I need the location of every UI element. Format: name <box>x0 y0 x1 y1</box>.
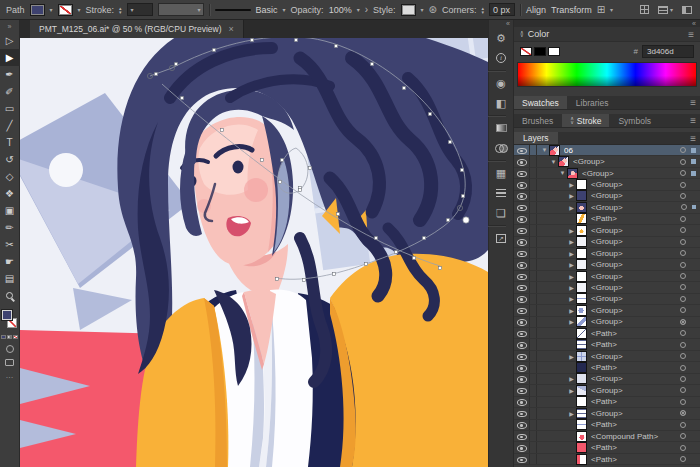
target-circle-icon[interactable] <box>680 410 686 416</box>
pen-tool-icon[interactable]: ✒ <box>0 66 20 83</box>
layer-thumbnail[interactable] <box>576 328 587 339</box>
scissors-tool-icon[interactable]: ✂ <box>0 236 20 253</box>
tab-brushes[interactable]: Brushes <box>514 114 561 127</box>
visibility-eye-icon[interactable] <box>517 432 526 440</box>
links-icon[interactable]: ▦ <box>488 163 514 183</box>
layer-thumbnail[interactable] <box>576 431 587 442</box>
type-tool-icon[interactable]: T <box>0 134 20 151</box>
align-panel-icon[interactable] <box>488 183 514 203</box>
artboards-icon[interactable]: ❏ <box>488 203 514 223</box>
visibility-eye-icon[interactable] <box>517 409 526 417</box>
arrange-documents-icon[interactable] <box>658 6 668 14</box>
brush-dropdown-chevron-icon[interactable]: ▾ <box>283 6 286 13</box>
lock-cell[interactable] <box>530 202 537 212</box>
selection-indicator[interactable] <box>691 159 696 164</box>
layer-label[interactable]: <Group> <box>591 260 680 269</box>
anchor-point[interactable] <box>260 158 263 161</box>
lock-cell[interactable] <box>530 156 537 166</box>
stroke-weight-field[interactable]: ▾ <box>127 3 153 16</box>
layer-label[interactable]: <Path> <box>591 455 680 464</box>
layer-thumbnail[interactable] <box>576 282 587 293</box>
target-circle-icon[interactable] <box>681 204 687 210</box>
layer-row[interactable]: <Path> <box>514 397 700 408</box>
layer-label[interactable]: <Path> <box>591 443 680 452</box>
lock-cell[interactable] <box>530 351 537 361</box>
lock-cell[interactable] <box>530 191 537 201</box>
pencil-tool-icon[interactable]: ✏ <box>0 219 20 236</box>
layer-label[interactable]: <Group> <box>591 409 680 418</box>
layer-thumbnail[interactable] <box>576 259 587 270</box>
layer-label[interactable]: <Group> <box>591 191 680 200</box>
layer-thumbnail[interactable] <box>576 373 587 384</box>
fill-stroke-indicator[interactable] <box>0 309 20 333</box>
target-circle-icon[interactable] <box>680 399 686 405</box>
expand-chevron-icon[interactable]: ▶ <box>567 318 576 325</box>
target-circle-icon[interactable] <box>680 445 686 451</box>
target-circle-icon[interactable] <box>680 159 686 165</box>
gradient-chip[interactable] <box>7 335 12 339</box>
layer-row[interactable]: ▶<Group> <box>514 248 700 259</box>
anchor-point[interactable] <box>402 86 405 89</box>
selected-anchor-point[interactable] <box>463 217 469 223</box>
layer-row[interactable]: ▶<Group> <box>514 374 700 385</box>
visibility-eye-icon[interactable] <box>517 249 526 257</box>
visibility-eye-icon[interactable] <box>517 146 526 154</box>
expand-chevron-icon[interactable]: ▶ <box>567 261 576 268</box>
layer-thumbnail[interactable] <box>576 248 587 259</box>
anchor-point[interactable] <box>461 194 464 197</box>
selection-indicator[interactable] <box>692 205 696 209</box>
panel-dock-icon[interactable] <box>682 6 692 14</box>
anchor-point[interactable] <box>394 250 397 253</box>
lock-cell[interactable] <box>530 259 537 269</box>
document-tab[interactable]: PMT_M125_06.ai* @ 50 % (RGB/CPU Preview)… <box>30 20 244 38</box>
layer-row[interactable]: ▶<Group> <box>514 351 700 362</box>
layer-row[interactable]: ▶<Group> <box>514 408 700 419</box>
lock-cell[interactable] <box>530 214 537 224</box>
color-panel-menu-icon[interactable]: ≡ <box>688 29 694 40</box>
selection-indicator[interactable] <box>691 148 696 153</box>
none-chip[interactable] <box>13 335 18 339</box>
lock-cell[interactable] <box>530 145 537 155</box>
layer-thumbnail[interactable] <box>576 351 587 362</box>
draw-mode-icon[interactable] <box>6 345 14 353</box>
stroke-weight-stepper[interactable]: ▴▾ <box>119 6 122 14</box>
target-circle-icon[interactable] <box>680 239 686 245</box>
layer-label[interactable]: <Group> <box>591 294 680 303</box>
layer-label[interactable]: <Group> <box>591 317 680 326</box>
layer-row[interactable]: <Path> <box>514 328 700 339</box>
expand-chevron-icon[interactable]: ▶ <box>567 375 576 382</box>
layer-row[interactable]: <Path> <box>514 214 700 225</box>
transform-button[interactable]: Transform <box>551 5 592 15</box>
expand-chevron-icon[interactable]: ▶ <box>567 284 576 291</box>
visibility-eye-icon[interactable] <box>517 455 526 463</box>
visibility-eye-icon[interactable] <box>517 329 526 337</box>
layer-thumbnail[interactable] <box>576 236 587 247</box>
target-circle-icon[interactable] <box>680 353 686 359</box>
layer-row[interactable]: ▼<Group> <box>514 156 700 167</box>
shape-properties-chevron-icon[interactable]: ▾ <box>610 6 613 13</box>
shape-properties-icon[interactable]: ⊞ <box>597 4 605 15</box>
layer-label[interactable]: <Group> <box>591 237 680 246</box>
layer-label[interactable]: 06 <box>564 146 680 155</box>
anchor-point[interactable] <box>334 44 337 47</box>
layer-row[interactable]: <Compound Path> <box>514 431 700 442</box>
layer-row[interactable]: ▶<Group> <box>514 191 700 202</box>
tab-stroke[interactable]: ∧∨Stroke <box>562 114 609 127</box>
layer-label[interactable]: <Path> <box>591 420 680 429</box>
expand-chevron-icon[interactable]: ▶ <box>567 181 576 188</box>
layers-panel-menu-icon[interactable]: ≡ <box>690 133 696 144</box>
layer-thumbnail[interactable] <box>576 339 587 350</box>
visibility-eye-icon[interactable] <box>517 261 526 269</box>
shape-builder-tool-icon[interactable]: ❖ <box>0 185 20 202</box>
lock-cell[interactable] <box>530 271 537 281</box>
color-panel-header[interactable]: ∧∨ Color ≡ <box>514 27 700 42</box>
visibility-eye-icon[interactable] <box>517 352 526 360</box>
target-circle-icon[interactable] <box>680 342 686 348</box>
color-guide-icon[interactable]: ◉ <box>488 73 514 93</box>
page-tool-icon[interactable]: ▤ <box>0 270 20 287</box>
anchor-point[interactable] <box>364 262 367 265</box>
visibility-eye-icon[interactable] <box>517 398 526 406</box>
arrange-documents-chevron-icon[interactable]: ▾ <box>670 6 673 13</box>
visibility-eye-icon[interactable] <box>517 306 526 314</box>
visibility-eye-icon[interactable] <box>517 238 526 246</box>
